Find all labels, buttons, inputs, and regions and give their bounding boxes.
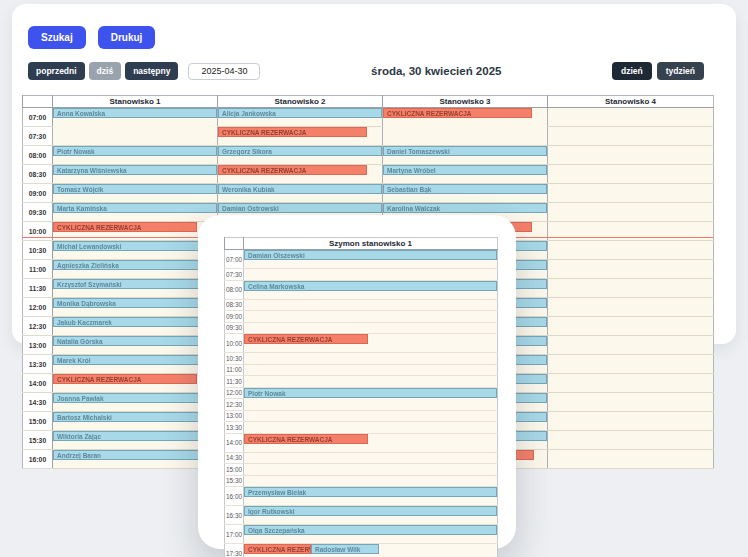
booking-cell[interactable]: CYKLICZNA REZERWACJA [244,334,498,353]
empty-slot-cell[interactable] [548,146,714,165]
booking-cell[interactable]: Piotr Nowak [244,387,498,410]
empty-slot-cell[interactable] [548,260,714,279]
booking-bar[interactable]: Igor Rutkowski [244,506,497,516]
booking-bar[interactable]: Marta Kamińska [53,203,217,213]
empty-slot-cell[interactable] [548,279,714,298]
booking-cell[interactable]: Olga Szczepańska [244,525,498,544]
booking-cell[interactable]: CYKLICZNA REZERWACJA [53,374,218,393]
empty-slot-cell[interactable] [548,108,714,127]
empty-slot-cell[interactable] [244,269,498,281]
booking-bar[interactable]: Sebastian Bąk [383,184,547,194]
empty-slot-cell[interactable] [548,241,714,260]
booking-bar[interactable]: Olga Szczepańska [244,525,497,535]
booking-bar[interactable]: Monika Dąbrowska [53,298,217,308]
empty-slot-cell[interactable] [548,203,714,222]
booking-bar[interactable]: Karolina Walczak [383,203,547,213]
booking-bar[interactable]: Natalia Górska [53,336,217,346]
booking-cell[interactable]: Andrzej Baran [53,450,218,469]
booking-cell[interactable]: Daniel Tomaszewski [383,146,548,165]
booking-bar[interactable]: Katarzyna Wiśniewska [53,165,217,175]
booking-cell[interactable]: CYKLICZNA REZERWACJA [244,433,498,452]
empty-slot-cell[interactable] [244,452,498,464]
booking-bar[interactable]: Grzegorz Sikora [218,146,382,156]
date-input[interactable] [188,63,260,80]
booking-bar[interactable]: Celina Markowska [244,281,497,291]
booking-bar[interactable]: Wiktoria Zając [53,431,217,441]
recurring-reservation-bar[interactable]: CYKLICZNA REZERWACJA [244,334,368,344]
booking-bar[interactable]: Michał Lewandowski [53,241,217,251]
recurring-reservation-bar[interactable]: CYKLICZNA REZERWACJA [244,434,368,444]
booking-cell[interactable]: Alicja Jankowska [218,108,383,127]
booking-cell[interactable]: Katarzyna Wiśniewska [53,165,218,184]
booking-cell[interactable]: Sebastian Bąk [383,184,548,203]
booking-bar[interactable]: Piotr Nowak [53,146,217,156]
empty-slot-cell[interactable] [244,353,498,365]
booking-bar[interactable]: Krzysztof Szymański [53,279,217,289]
booking-bar[interactable]: Damian Ostrowski [218,203,382,213]
empty-slot-cell[interactable] [548,412,714,431]
empty-slot-cell[interactable] [548,431,714,450]
recurring-reservation-bar[interactable]: CYKLICZNA REZERWACJA [53,374,197,384]
empty-slot-cell[interactable] [548,374,714,393]
booking-cell[interactable]: Grzegorz Sikora [218,146,383,165]
booking-cell[interactable]: Monika Dąbrowska [53,298,218,317]
empty-slot-cell[interactable] [244,376,498,388]
booking-cell[interactable]: Martyna Wróbel [383,165,548,184]
empty-slot-cell[interactable] [548,298,714,317]
empty-slot-cell[interactable] [548,184,714,203]
recurring-reservation-bar[interactable]: CYKLICZNA REZERWACJA [53,222,197,232]
booking-cell[interactable]: Marta Kamińska [53,203,218,222]
booking-bar[interactable]: Damian Olszewski [244,250,497,260]
booking-bar[interactable]: Weronika Kubiak [218,184,382,194]
empty-slot-cell[interactable] [244,410,498,422]
booking-bar[interactable]: Bartosz Michalski [53,412,217,422]
booking-bar[interactable]: Marek Król [53,355,217,365]
empty-slot-cell[interactable] [244,299,498,311]
booking-cell[interactable]: Bartosz Michalski [53,412,218,431]
booking-bar[interactable]: Piotr Nowak [244,388,497,398]
empty-slot-cell[interactable] [548,355,714,374]
empty-slot-cell[interactable] [244,311,498,323]
booking-bar[interactable]: Radosław Wilk [311,544,379,554]
booking-bar[interactable]: Jakub Kaczmarek [53,317,217,327]
booking-cell[interactable]: Natalia Górska [53,336,218,355]
empty-slot-cell[interactable] [548,450,714,469]
booking-cell[interactable]: Piotr Nowak [53,146,218,165]
booking-cell[interactable]: Joanna Pawlak [53,393,218,412]
search-button[interactable]: Szukaj [28,26,86,49]
booking-cell[interactable]: Anna Kowalska [53,108,218,146]
empty-slot-cell[interactable] [244,475,498,487]
empty-slot-cell[interactable] [548,336,714,355]
day-view-button[interactable]: dzień [612,62,652,80]
booking-cell[interactable]: CYKLICZNA REZERWRadosław Wilk [244,544,498,557]
week-view-button[interactable]: tydzień [657,62,704,80]
empty-slot-cell[interactable] [244,464,498,476]
empty-slot-cell[interactable] [548,165,714,184]
recurring-reservation-bar[interactable]: CYKLICZNA REZERWACJA [383,108,532,118]
booking-cell[interactable]: Jakub Kaczmarek [53,317,218,336]
booking-bar[interactable]: Daniel Tomaszewski [383,146,547,156]
empty-slot-cell[interactable] [548,317,714,336]
booking-bar[interactable]: Alicja Jankowska [218,108,382,118]
empty-slot-cell[interactable] [548,393,714,412]
booking-cell[interactable]: Tomasz Wójcik [53,184,218,203]
booking-cell[interactable]: Przemysław Bielak [244,487,498,506]
booking-bar[interactable]: Joanna Pawlak [53,393,217,403]
booking-cell[interactable]: Damian Olszewski [244,250,498,269]
empty-slot-cell[interactable] [244,422,498,434]
recurring-reservation-bar[interactable]: CYKLICZNA REZERWACJA [218,127,367,137]
recurring-reservation-bar[interactable]: CYKLICZNA REZERWACJA [218,165,367,175]
booking-bar[interactable]: Anna Kowalska [53,108,217,118]
booking-bar[interactable]: Agnieszka Zielińska [53,260,217,270]
booking-cell[interactable]: Michał Lewandowski [53,241,218,260]
recurring-reservation-bar[interactable]: CYKLICZNA REZERW [244,544,311,554]
booking-cell[interactable]: Wiktoria Zając [53,431,218,450]
previous-day-button[interactable]: poprzedni [28,62,85,80]
booking-cell[interactable]: Agnieszka Zielińska [53,260,218,279]
empty-slot-cell[interactable] [244,364,498,376]
booking-bar[interactable]: Tomasz Wójcik [53,184,217,194]
booking-cell[interactable]: Igor Rutkowski [244,506,498,525]
booking-bar[interactable]: Andrzej Baran [53,450,217,460]
booking-cell[interactable]: Celina Markowska [244,280,498,299]
empty-slot-cell[interactable] [548,127,714,146]
